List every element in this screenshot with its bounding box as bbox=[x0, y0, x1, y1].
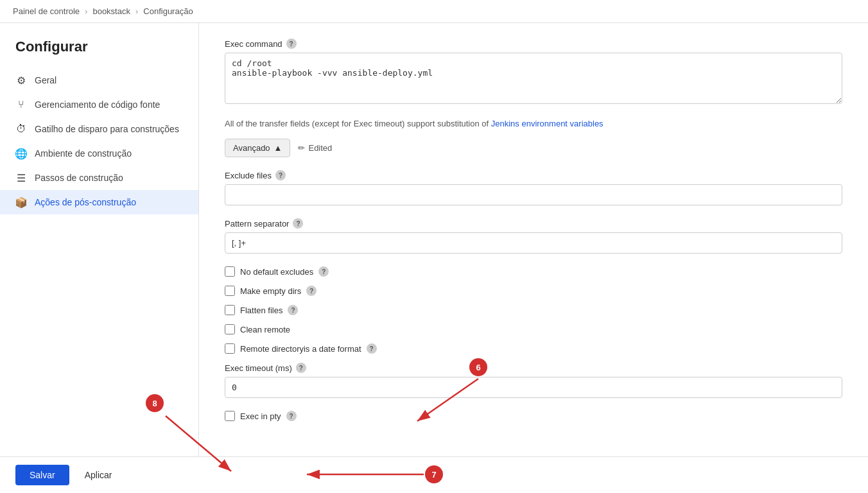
breadcrumb-item-2[interactable]: bookstack bbox=[92, 6, 130, 16]
advanced-label: Avançado bbox=[233, 143, 270, 153]
breadcrumb-item-1[interactable]: Painel de controle bbox=[13, 6, 80, 16]
exclude-files-label-row: Exclude files ? bbox=[225, 170, 842, 180]
edited-label: ✏ Edited bbox=[298, 143, 332, 153]
info-text: All of the transfer fields (except for E… bbox=[225, 119, 842, 128]
sidebar-title: Configurar bbox=[0, 39, 198, 68]
advanced-row: Avançado ▲ ✏ Edited bbox=[225, 139, 842, 157]
sidebar-item-ambiente[interactable]: 🌐 Ambiente de construção bbox=[0, 141, 198, 166]
list-icon: ☰ bbox=[15, 172, 27, 184]
jenkins-env-vars-link[interactable]: Jenkins environment variables bbox=[491, 119, 603, 128]
sidebar-item-label: Ações de pós-construção bbox=[35, 197, 136, 207]
pencil-icon: ✏ bbox=[298, 143, 305, 153]
pattern-separator-label-row: Pattern separator ? bbox=[225, 218, 842, 229]
apply-button[interactable]: Aplicar bbox=[76, 465, 121, 485]
exec-command-label-row: Exec command ? bbox=[225, 39, 842, 49]
sidebar-item-label: Gatilho de disparo para construções bbox=[35, 124, 179, 134]
flatten-files-label[interactable]: Flatten files bbox=[240, 306, 282, 315]
exec-in-pty-row: Exec in pty ? bbox=[225, 411, 842, 421]
exec-in-pty-help-icon[interactable]: ? bbox=[286, 411, 297, 421]
clean-remote-row: Clean remote bbox=[225, 324, 842, 334]
exec-command-group: Exec command ? cd /root ansible-playbook… bbox=[225, 39, 842, 106]
sidebar-item-geral[interactable]: ⚙ Geral bbox=[0, 68, 198, 92]
exec-command-label: Exec command bbox=[225, 39, 282, 49]
make-empty-dirs-row: Make empty dirs ? bbox=[225, 286, 842, 296]
exec-timeout-group: Exec timeout (ms) ? bbox=[225, 363, 842, 398]
breadcrumb-sep-2: › bbox=[135, 6, 138, 16]
code-branch-icon: ⑂ bbox=[15, 99, 27, 110]
no-default-excludes-checkbox[interactable] bbox=[225, 266, 235, 277]
advanced-toggle-button[interactable]: Avançado ▲ bbox=[225, 139, 290, 157]
box-icon: 📦 bbox=[15, 196, 27, 208]
exclude-files-group: Exclude files ? bbox=[225, 170, 842, 205]
remote-directory-date-row: Remote directoryis a date format ? bbox=[225, 343, 842, 354]
trigger-icon: ⏱ bbox=[15, 123, 27, 135]
exec-timeout-input[interactable] bbox=[225, 377, 842, 398]
breadcrumb-sep-1: › bbox=[85, 6, 87, 16]
make-empty-dirs-label[interactable]: Make empty dirs bbox=[240, 286, 301, 296]
flatten-files-help-icon[interactable]: ? bbox=[288, 305, 298, 315]
save-button[interactable]: Salvar bbox=[15, 465, 69, 485]
remote-directory-date-help-icon[interactable]: ? bbox=[367, 343, 377, 354]
exclude-files-help-icon[interactable]: ? bbox=[275, 170, 286, 180]
exclude-files-label: Exclude files bbox=[225, 171, 272, 180]
gear-icon: ⚙ bbox=[15, 74, 27, 86]
sidebar-item-label: Geral bbox=[35, 75, 56, 85]
no-default-excludes-label[interactable]: No default excludes bbox=[240, 267, 313, 277]
chevron-up-icon: ▲ bbox=[274, 143, 282, 153]
exec-in-pty-label[interactable]: Exec in pty bbox=[240, 411, 281, 421]
bottom-bar: Salvar Aplicar bbox=[0, 456, 868, 490]
exec-command-input[interactable]: cd /root ansible-playbook -vvv ansible-d… bbox=[225, 53, 842, 104]
pattern-separator-group: Pattern separator ? bbox=[225, 218, 842, 254]
clean-remote-label[interactable]: Clean remote bbox=[240, 325, 290, 334]
make-empty-dirs-checkbox[interactable] bbox=[225, 286, 235, 296]
pattern-separator-input[interactable] bbox=[225, 232, 842, 254]
breadcrumb-item-3: Configuração bbox=[143, 6, 193, 16]
flatten-files-checkbox[interactable] bbox=[225, 305, 235, 315]
no-default-excludes-row: No default excludes ? bbox=[225, 266, 842, 277]
make-empty-dirs-help-icon[interactable]: ? bbox=[306, 286, 317, 296]
sidebar-item-acoes[interactable]: 📦 Ações de pós-construção bbox=[0, 190, 198, 214]
sidebar-item-label: Ambiente de construção bbox=[35, 148, 132, 159]
no-default-excludes-help-icon[interactable]: ? bbox=[318, 266, 329, 277]
exec-timeout-label: Exec timeout (ms) bbox=[225, 363, 292, 373]
pattern-separator-help-icon[interactable]: ? bbox=[293, 218, 303, 229]
sidebar: Configurar ⚙ Geral ⑂ Gerenciamento de có… bbox=[0, 23, 199, 490]
clean-remote-checkbox[interactable] bbox=[225, 324, 235, 334]
flatten-files-row: Flatten files ? bbox=[225, 305, 842, 315]
exec-timeout-label-row: Exec timeout (ms) ? bbox=[225, 363, 842, 373]
sidebar-item-gerenciamento[interactable]: ⑂ Gerenciamento de código fonte bbox=[0, 92, 198, 117]
sidebar-item-gatilho[interactable]: ⏱ Gatilho de disparo para construções bbox=[0, 117, 198, 141]
remote-directory-date-checkbox[interactable] bbox=[225, 343, 235, 354]
sidebar-item-label: Passos de construção bbox=[35, 173, 123, 183]
pattern-separator-label: Pattern separator bbox=[225, 219, 289, 229]
exec-command-help-icon[interactable]: ? bbox=[286, 39, 297, 49]
globe-icon: 🌐 bbox=[15, 148, 27, 159]
sidebar-item-passos[interactable]: ☰ Passos de construção bbox=[0, 166, 198, 190]
main-content: Exec command ? cd /root ansible-playbook… bbox=[199, 23, 868, 490]
exec-in-pty-checkbox[interactable] bbox=[225, 411, 235, 421]
exec-timeout-help-icon[interactable]: ? bbox=[296, 363, 306, 373]
remote-directory-date-label[interactable]: Remote directoryis a date format bbox=[240, 344, 361, 354]
exclude-files-input[interactable] bbox=[225, 184, 842, 205]
sidebar-item-label: Gerenciamento de código fonte bbox=[35, 99, 160, 110]
breadcrumb: Painel de controle › bookstack › Configu… bbox=[0, 0, 868, 23]
